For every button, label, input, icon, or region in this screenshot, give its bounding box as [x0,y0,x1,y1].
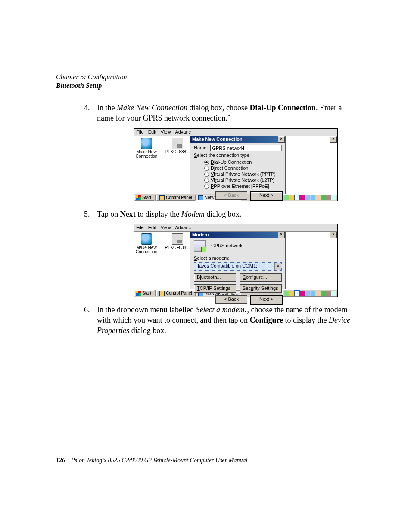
tray-icon[interactable] [305,195,310,200]
screenshot-make-new-connection: File Edit View Advanc Make New Connectio… [134,128,338,201]
radio-dialup[interactable]: Dial-Up Connection [204,159,282,165]
radio-direct[interactable]: Direct Connection [204,165,282,171]
tray-icon[interactable] [305,291,310,296]
system-tray: i [282,194,337,201]
name-label: Name: [194,145,208,151]
tray-pen-icon[interactable] [331,291,336,296]
menu-advanced[interactable]: Advanc [175,129,191,135]
next-button[interactable]: Next > [250,295,283,305]
tray-icon[interactable] [321,291,326,296]
tray-icon[interactable] [311,195,315,200]
globe-icon [141,233,152,245]
menu-edit[interactable]: Edit [148,224,156,231]
menu-advanced[interactable]: Advanc [175,224,191,231]
dialog-title: Make New Connection [192,136,243,143]
back-button[interactable]: < Back [215,295,247,304]
step-6: In the dropdown menu labelled Select a m… [97,305,355,336]
menu-edit[interactable]: Edit [148,129,156,135]
close-button[interactable]: × [278,136,285,143]
modem-icon [194,240,206,252]
radio-pptp[interactable]: Virtual Private Network (PPTP) [204,171,282,177]
folder-pane: Make New Connection PTXCF838... [134,136,190,194]
menu-file[interactable]: File [136,129,144,135]
close-button-secondary[interactable]: × [330,136,337,143]
tray-icon[interactable] [326,291,331,296]
back-button: < Back [215,191,247,200]
folder-icon [159,291,165,296]
tray-info-icon[interactable]: i [294,290,300,296]
pc-icon [172,138,183,149]
dialog-modem: Modem × GPRS network Select a modem: [190,232,285,289]
close-button-secondary[interactable]: × [330,232,337,238]
tray-icon[interactable] [316,291,321,296]
screenshot-modem: File Edit View Advanc Make New Connectio… [134,224,338,297]
windows-logo-icon [136,195,141,200]
name-input[interactable]: GPRS network [210,145,282,151]
menubar: File Edit View Advanc [134,224,337,232]
tray-icon[interactable] [289,291,294,296]
icon-make-new-connection[interactable]: Make New Connection [135,138,158,159]
bluetooth-button[interactable]: Bluetooth... [194,273,236,282]
icon-make-new-connection[interactable]: Make New Connection [135,233,158,255]
menu-view[interactable]: View [161,224,171,231]
tray-icon[interactable] [300,195,305,200]
step-5: Tap on Next to display the Modem dialog … [97,209,355,297]
start-button[interactable]: Start [134,195,154,201]
tray-icon[interactable] [300,291,305,296]
step-4: In the Make New Connection dialog box, c… [97,103,355,201]
connection-name: GPRS network [211,243,243,249]
task-control-panel[interactable]: Control Panel [156,195,195,201]
folder-pane: Make New Connection PTXCF838... [134,232,190,289]
right-pane: × [285,136,337,194]
folder-icon [159,195,165,200]
tray-icon[interactable] [289,195,294,200]
icon-ptxcf838[interactable]: PTXCF838... [165,138,189,155]
manual-title: Psion Teklogix 8525 G2/8530 G2 Vehicle-M… [71,457,247,464]
globe-icon [141,138,152,149]
modem-dropdown[interactable]: Hayes Compatible on COM1: ▼ [194,262,282,271]
icon-ptxcf838[interactable]: PTXCF838... [165,233,189,250]
task-control-panel[interactable]: Control Panel [156,290,195,296]
section-heading: Bluetooth Setup [56,82,355,90]
menubar: File Edit View Advanc [134,129,337,136]
security-settings-button[interactable]: Security Settings [240,284,282,293]
next-button[interactable]: Next > [250,191,283,201]
system-tray: i [282,290,337,297]
select-type-label: Select the connection type: [194,152,282,159]
menu-file[interactable]: File [136,224,144,231]
pc-icon [172,233,183,245]
page-number: 126 [56,457,65,464]
close-button[interactable]: × [278,232,285,238]
tcpip-settings-button[interactable]: TCP/IP Settings [194,284,236,293]
tray-pen-icon[interactable] [331,195,336,200]
start-button[interactable]: Start [134,290,154,296]
windows-logo-icon [136,291,141,296]
tray-icon[interactable] [321,195,326,200]
configure-button[interactable]: Configure... [240,273,282,282]
dialog-make-new-connection: Make New Connection × Name: GPRS network… [190,136,285,194]
chapter-heading: Chapter 5: Configuration [56,73,355,81]
tray-icon[interactable] [316,195,321,200]
tray-icon[interactable] [326,195,331,200]
menu-view[interactable]: View [161,129,171,135]
radio-l2tp[interactable]: Virtual Private Network (L2TP) [204,177,282,183]
tray-icon[interactable] [311,291,315,296]
select-modem-label: Select a modem: [194,255,282,261]
tray-info-icon[interactable]: i [294,195,300,200]
page-footer: 126 Psion Teklogix 8525 G2/8530 G2 Vehic… [56,457,355,464]
dialog-title: Modem [192,232,209,238]
radio-pppoe[interactable]: PPP over Ethernet [PPPoE] [204,183,282,189]
chevron-down-icon: ▼ [274,263,281,270]
right-pane: × [285,232,337,289]
